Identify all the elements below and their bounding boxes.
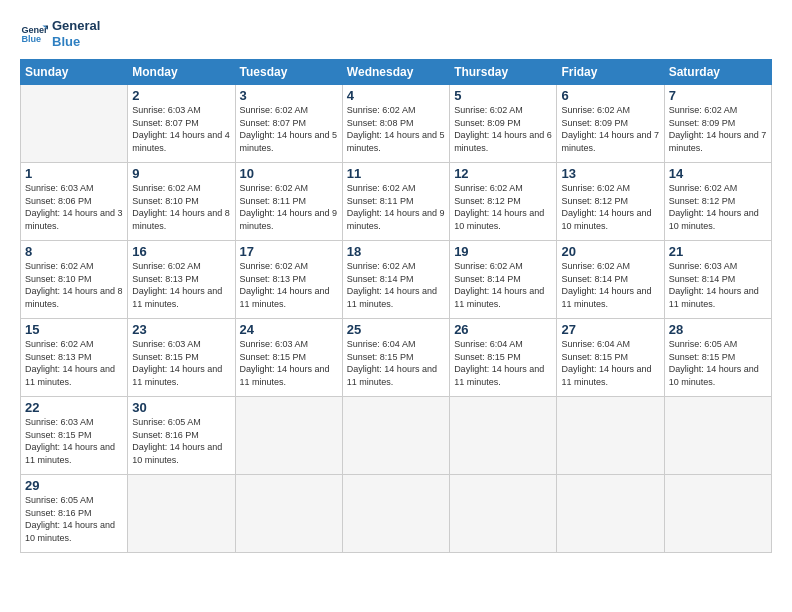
day-number: 13 xyxy=(561,166,659,181)
day-info: Sunrise: 6:02 AM Sunset: 8:09 PM Dayligh… xyxy=(454,104,552,154)
day-info: Sunrise: 6:02 AM Sunset: 8:10 PM Dayligh… xyxy=(132,182,230,232)
day-number: 23 xyxy=(132,322,230,337)
day-info: Sunrise: 6:03 AM Sunset: 8:15 PM Dayligh… xyxy=(132,338,230,388)
day-info: Sunrise: 6:03 AM Sunset: 8:15 PM Dayligh… xyxy=(25,416,123,466)
day-info: Sunrise: 6:02 AM Sunset: 8:07 PM Dayligh… xyxy=(240,104,338,154)
column-header-monday: Monday xyxy=(128,60,235,85)
table-row xyxy=(21,85,128,163)
table-row: 30 Sunrise: 6:05 AM Sunset: 8:16 PM Dayl… xyxy=(128,397,235,475)
column-header-thursday: Thursday xyxy=(450,60,557,85)
day-info: Sunrise: 6:02 AM Sunset: 8:13 PM Dayligh… xyxy=(132,260,230,310)
day-number: 17 xyxy=(240,244,338,259)
day-info: Sunrise: 6:03 AM Sunset: 8:15 PM Dayligh… xyxy=(240,338,338,388)
column-header-friday: Friday xyxy=(557,60,664,85)
table-row xyxy=(664,397,771,475)
table-row: 28 Sunrise: 6:05 AM Sunset: 8:15 PM Dayl… xyxy=(664,319,771,397)
table-row: 11 Sunrise: 6:02 AM Sunset: 8:11 PM Dayl… xyxy=(342,163,449,241)
day-info: Sunrise: 6:02 AM Sunset: 8:12 PM Dayligh… xyxy=(454,182,552,232)
day-number: 19 xyxy=(454,244,552,259)
day-number: 20 xyxy=(561,244,659,259)
day-info: Sunrise: 6:02 AM Sunset: 8:09 PM Dayligh… xyxy=(561,104,659,154)
logo: General Blue General Blue xyxy=(20,18,100,49)
calendar-page: General Blue General Blue SundayMondayTu… xyxy=(0,0,792,612)
table-row: 13 Sunrise: 6:02 AM Sunset: 8:12 PM Dayl… xyxy=(557,163,664,241)
table-row: 23 Sunrise: 6:03 AM Sunset: 8:15 PM Dayl… xyxy=(128,319,235,397)
day-number: 21 xyxy=(669,244,767,259)
header: General Blue General Blue xyxy=(20,18,772,49)
table-row: 1 Sunrise: 6:03 AM Sunset: 8:06 PM Dayli… xyxy=(21,163,128,241)
day-info: Sunrise: 6:02 AM Sunset: 8:13 PM Dayligh… xyxy=(240,260,338,310)
day-info: Sunrise: 6:05 AM Sunset: 8:16 PM Dayligh… xyxy=(132,416,230,466)
table-row xyxy=(235,397,342,475)
day-info: Sunrise: 6:02 AM Sunset: 8:11 PM Dayligh… xyxy=(240,182,338,232)
day-info: Sunrise: 6:03 AM Sunset: 8:07 PM Dayligh… xyxy=(132,104,230,154)
table-row xyxy=(450,475,557,553)
table-row: 16 Sunrise: 6:02 AM Sunset: 8:13 PM Dayl… xyxy=(128,241,235,319)
day-number: 30 xyxy=(132,400,230,415)
day-info: Sunrise: 6:02 AM Sunset: 8:10 PM Dayligh… xyxy=(25,260,123,310)
day-number: 10 xyxy=(240,166,338,181)
table-row xyxy=(450,397,557,475)
table-row xyxy=(342,397,449,475)
table-row: 20 Sunrise: 6:02 AM Sunset: 8:14 PM Dayl… xyxy=(557,241,664,319)
day-info: Sunrise: 6:04 AM Sunset: 8:15 PM Dayligh… xyxy=(561,338,659,388)
table-row: 24 Sunrise: 6:03 AM Sunset: 8:15 PM Dayl… xyxy=(235,319,342,397)
table-row: 26 Sunrise: 6:04 AM Sunset: 8:15 PM Dayl… xyxy=(450,319,557,397)
logo-text: General Blue xyxy=(52,18,100,49)
table-row xyxy=(557,475,664,553)
calendar-table: SundayMondayTuesdayWednesdayThursdayFrid… xyxy=(20,59,772,553)
day-number: 7 xyxy=(669,88,767,103)
table-row xyxy=(342,475,449,553)
day-number: 12 xyxy=(454,166,552,181)
day-number: 5 xyxy=(454,88,552,103)
svg-text:Blue: Blue xyxy=(21,34,41,44)
table-row xyxy=(235,475,342,553)
day-number: 14 xyxy=(669,166,767,181)
table-row: 18 Sunrise: 6:02 AM Sunset: 8:14 PM Dayl… xyxy=(342,241,449,319)
day-info: Sunrise: 6:02 AM Sunset: 8:11 PM Dayligh… xyxy=(347,182,445,232)
table-row: 12 Sunrise: 6:02 AM Sunset: 8:12 PM Dayl… xyxy=(450,163,557,241)
table-row: 7 Sunrise: 6:02 AM Sunset: 8:09 PM Dayli… xyxy=(664,85,771,163)
day-info: Sunrise: 6:03 AM Sunset: 8:14 PM Dayligh… xyxy=(669,260,767,310)
day-info: Sunrise: 6:04 AM Sunset: 8:15 PM Dayligh… xyxy=(347,338,445,388)
day-number: 3 xyxy=(240,88,338,103)
table-row: 22 Sunrise: 6:03 AM Sunset: 8:15 PM Dayl… xyxy=(21,397,128,475)
day-info: Sunrise: 6:02 AM Sunset: 8:14 PM Dayligh… xyxy=(454,260,552,310)
table-row: 6 Sunrise: 6:02 AM Sunset: 8:09 PM Dayli… xyxy=(557,85,664,163)
day-info: Sunrise: 6:02 AM Sunset: 8:14 PM Dayligh… xyxy=(561,260,659,310)
day-info: Sunrise: 6:02 AM Sunset: 8:13 PM Dayligh… xyxy=(25,338,123,388)
table-row: 25 Sunrise: 6:04 AM Sunset: 8:15 PM Dayl… xyxy=(342,319,449,397)
day-number: 9 xyxy=(132,166,230,181)
day-number: 28 xyxy=(669,322,767,337)
table-row: 5 Sunrise: 6:02 AM Sunset: 8:09 PM Dayli… xyxy=(450,85,557,163)
day-info: Sunrise: 6:05 AM Sunset: 8:16 PM Dayligh… xyxy=(25,494,123,544)
table-row: 19 Sunrise: 6:02 AM Sunset: 8:14 PM Dayl… xyxy=(450,241,557,319)
column-header-saturday: Saturday xyxy=(664,60,771,85)
table-row: 10 Sunrise: 6:02 AM Sunset: 8:11 PM Dayl… xyxy=(235,163,342,241)
logo-icon: General Blue xyxy=(20,20,48,48)
day-number: 26 xyxy=(454,322,552,337)
table-row: 15 Sunrise: 6:02 AM Sunset: 8:13 PM Dayl… xyxy=(21,319,128,397)
day-info: Sunrise: 6:02 AM Sunset: 8:09 PM Dayligh… xyxy=(669,104,767,154)
day-number: 24 xyxy=(240,322,338,337)
day-info: Sunrise: 6:02 AM Sunset: 8:08 PM Dayligh… xyxy=(347,104,445,154)
day-number: 22 xyxy=(25,400,123,415)
table-row: 14 Sunrise: 6:02 AM Sunset: 8:12 PM Dayl… xyxy=(664,163,771,241)
day-number: 25 xyxy=(347,322,445,337)
table-row xyxy=(128,475,235,553)
table-row: 3 Sunrise: 6:02 AM Sunset: 8:07 PM Dayli… xyxy=(235,85,342,163)
day-number: 29 xyxy=(25,478,123,493)
day-number: 18 xyxy=(347,244,445,259)
day-number: 15 xyxy=(25,322,123,337)
day-number: 8 xyxy=(25,244,123,259)
day-number: 2 xyxy=(132,88,230,103)
table-row: 29 Sunrise: 6:05 AM Sunset: 8:16 PM Dayl… xyxy=(21,475,128,553)
day-number: 16 xyxy=(132,244,230,259)
day-info: Sunrise: 6:02 AM Sunset: 8:12 PM Dayligh… xyxy=(669,182,767,232)
table-row: 27 Sunrise: 6:04 AM Sunset: 8:15 PM Dayl… xyxy=(557,319,664,397)
day-number: 27 xyxy=(561,322,659,337)
table-row: 17 Sunrise: 6:02 AM Sunset: 8:13 PM Dayl… xyxy=(235,241,342,319)
day-info: Sunrise: 6:05 AM Sunset: 8:15 PM Dayligh… xyxy=(669,338,767,388)
day-info: Sunrise: 6:02 AM Sunset: 8:14 PM Dayligh… xyxy=(347,260,445,310)
day-info: Sunrise: 6:03 AM Sunset: 8:06 PM Dayligh… xyxy=(25,182,123,232)
